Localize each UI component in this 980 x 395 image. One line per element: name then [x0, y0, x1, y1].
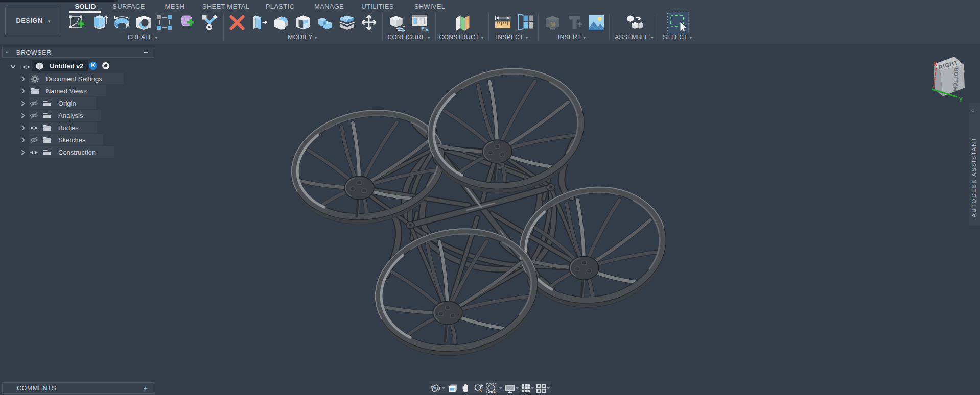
- svg-text:Y: Y: [959, 96, 963, 104]
- svg-text:X: X: [933, 60, 938, 68]
- svg-text:M: M: [550, 21, 555, 28]
